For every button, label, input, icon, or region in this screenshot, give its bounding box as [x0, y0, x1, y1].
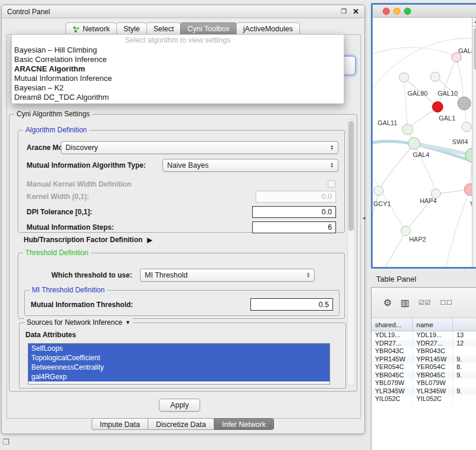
network-node[interactable] [462, 122, 471, 132]
node-label: GAL10 [438, 90, 458, 97]
mi-threshold-definition-title: MI Threshold Definition [30, 286, 107, 294]
sources-group-title[interactable]: Sources for Network Inference ▼ [24, 318, 133, 327]
box-pair-icon[interactable]: ☐☐ [440, 299, 453, 306]
table-row[interactable]: YLR345WYLR345W9. [371, 387, 476, 396]
network-scrollbar-thumb[interactable] [474, 28, 476, 70]
network-scrollbar[interactable]: ▲ [472, 18, 476, 267]
table-cell: YPR145W [371, 356, 413, 364]
tab-label: Network [83, 23, 110, 35]
column-header[interactable]: shared... [371, 318, 413, 331]
network-node[interactable] [458, 97, 471, 110]
data-attribute-item[interactable]: gal4RGexp [28, 372, 330, 381]
network-edge[interactable] [373, 191, 379, 233]
dpi-tolerance-label: DPI Tolerance [0,1]: [27, 206, 92, 219]
control-panel-titlebar[interactable]: Control Panel ❐ ✕ [2, 5, 364, 18]
mac-close-button[interactable] [383, 8, 390, 15]
which-threshold-select[interactable]: MI Threshold ▲ ▼ [140, 269, 315, 282]
tab-label: Cyni Toolbox [187, 23, 229, 35]
algorithm-definition-group: Algorithm Definition Aracne Mode: Discov… [18, 130, 345, 233]
network-edge[interactable] [382, 231, 406, 267]
algorithm-option[interactable]: Bayesian – K2 [12, 83, 344, 93]
mi-steps-input[interactable] [252, 221, 336, 233]
mac-zoom-button[interactable] [404, 8, 411, 15]
network-node[interactable] [432, 102, 443, 112]
table-cell: 9. [453, 387, 476, 396]
tab-label: Style [123, 23, 140, 35]
table-row[interactable]: YBR043CYBR043C [371, 347, 476, 356]
data-attribute-item[interactable]: SelfLoops [28, 344, 330, 353]
bottom-tab-infer-network[interactable]: Infer Network [214, 418, 274, 430]
tab-network[interactable]: Network [66, 22, 117, 35]
node-label: GAL80 [407, 90, 428, 97]
algorithm-option[interactable]: Basic Correlation Inference [12, 55, 344, 64]
network-edge[interactable] [373, 165, 406, 230]
tab-style[interactable]: Style [116, 22, 147, 35]
aracne-mode-select[interactable]: Discovery ▲ ▼ [61, 141, 338, 154]
node-label: GAL1 [439, 115, 455, 122]
network-edge[interactable] [407, 107, 438, 129]
minimized-panel-icon[interactable]: ❐ [2, 438, 9, 446]
settings-scrollbar-thumb[interactable] [348, 121, 354, 231]
network-canvas-area[interactable]: GAL8GAL80GAL10GAL11GAL1SWI4GAL4GCY1HAP4Y… [373, 18, 476, 267]
network-edge[interactable] [445, 190, 470, 267]
algorithm-option[interactable]: ARACNE Algorithm [12, 64, 344, 74]
network-edge[interactable] [379, 144, 414, 190]
check-pair-icon[interactable]: ☑☑ [418, 299, 431, 306]
window-title: Control Panel [7, 8, 50, 16]
apply-button-label: Apply [170, 401, 188, 409]
panel-splitter-handle[interactable]: ◄ [361, 216, 366, 221]
data-attributes-list[interactable]: SelfLoopsTopologicalCoefficientBetweenne… [28, 343, 330, 384]
which-threshold-value: MI Threshold [145, 271, 188, 279]
network-node[interactable] [431, 72, 440, 81]
table-row[interactable]: YDR27...YDR27...12 [371, 340, 476, 348]
data-attribute-item[interactable]: BetweennessCentrality [28, 363, 330, 372]
apply-button[interactable]: Apply [159, 399, 200, 412]
network-edge[interactable] [404, 77, 407, 129]
threshold-definition-group: Threshold Definition Which threshold to … [18, 253, 345, 319]
table-row[interactable]: YDL19...YDL19...13 [371, 331, 476, 340]
network-graph[interactable]: GAL8GAL80GAL10GAL11GAL1SWI4GAL4GCY1HAP4Y… [373, 18, 476, 267]
tab-select[interactable]: Select [146, 22, 181, 35]
table-panel-toolbar: ⚙▥☑☑☐☐ [371, 288, 476, 318]
table-row[interactable]: YBR045CYBR045C9. [371, 371, 476, 380]
algorithm-option[interactable]: Bayesian – Hill Climbing [12, 45, 344, 55]
table-cell: YBR043C [371, 347, 413, 356]
tab-cyni-toolbox[interactable]: Cyni Toolbox [180, 22, 236, 35]
table-cell: YDR27... [413, 340, 453, 348]
gear-icon[interactable]: ⚙ [383, 297, 392, 308]
mi-algorithm-type-select[interactable]: Naive Bayes ▲ ▼ [162, 159, 338, 172]
hub-definition-expander[interactable]: Hub/Transcription Factor Definition ▶ [24, 234, 152, 246]
bottom-tab-discretize-data[interactable]: Discretize Data [148, 418, 214, 430]
bottom-tab-impute-data[interactable]: Impute Data [92, 418, 148, 430]
network-node[interactable] [399, 73, 409, 82]
network-view-window: GAL8GAL80GAL10GAL11GAL1SWI4GAL4GCY1HAP4Y… [371, 3, 476, 269]
tab-jactivemodules[interactable]: jActiveModules [236, 22, 300, 35]
table-row[interactable]: YIL052CYIL052C [371, 395, 476, 403]
table-cell: 9. [453, 371, 476, 380]
table-cell: YIL052C [371, 395, 413, 403]
close-window-icon[interactable]: ✕ [353, 7, 359, 16]
scroll-up-icon[interactable]: ▲ [472, 18, 476, 27]
column-header[interactable] [453, 318, 476, 331]
algorithm-option[interactable]: Mutual Information Inference [12, 74, 344, 83]
network-node[interactable] [408, 138, 420, 149]
kernel-width-label: Kernel Width (0,1): [27, 190, 89, 203]
table-row[interactable]: YER054CYER054C8. [371, 363, 476, 371]
network-node[interactable] [374, 186, 383, 195]
mi-threshold-input[interactable] [250, 298, 333, 311]
columns-icon[interactable]: ▥ [400, 297, 409, 308]
mac-minimize-button[interactable] [393, 8, 400, 15]
table-row[interactable]: YBL079WYBL079W [371, 379, 476, 387]
table-row[interactable]: YPR145WYPR145W9. [371, 356, 476, 364]
column-header[interactable]: name [413, 318, 453, 331]
dpi-tolerance-input[interactable] [252, 206, 336, 218]
settings-scrollbar[interactable] [347, 119, 355, 386]
network-node[interactable] [401, 226, 410, 236]
network-node[interactable] [402, 124, 413, 135]
table-panel: ⚙▥☑☑☐☐ shared...name YDL19...YDL19...13Y… [371, 287, 476, 450]
algorithm-option[interactable]: Dream8 DC_TDC Algorithm [12, 93, 344, 102]
network-tab-icon [73, 26, 80, 32]
network-window-titlebar[interactable] [373, 5, 476, 18]
float-window-icon[interactable]: ❐ [341, 8, 347, 15]
data-attribute-item[interactable]: TopologicalCoefficient [28, 353, 330, 363]
